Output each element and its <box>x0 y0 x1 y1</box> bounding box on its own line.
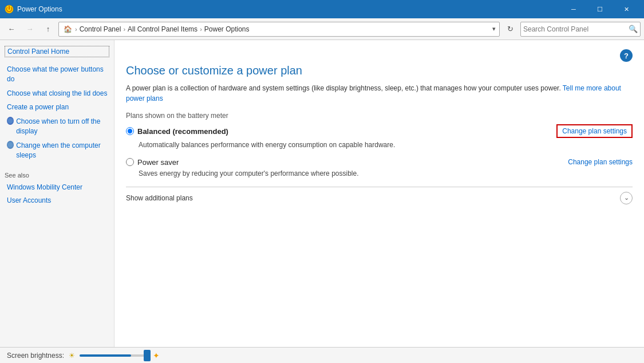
sidebar-item-user-accounts[interactable]: User Accounts <box>5 194 109 207</box>
sidebar-item-label: Choose what closing the lid does <box>7 89 107 98</box>
breadcrumb-bar: 🏠 › Control Panel › All Control Panel It… <box>58 22 500 37</box>
search-input[interactable] <box>523 25 626 33</box>
brightness-slider-track[interactable] <box>80 354 148 357</box>
sidebar-item-label: Choose when to turn off the display <box>16 117 109 136</box>
section-label: Plans shown on the battery meter <box>126 112 633 120</box>
plan-balanced-radio[interactable] <box>126 127 134 135</box>
sidebar-item-label: Change when the computer sleeps <box>16 141 109 160</box>
titlebar-icon <box>5 5 14 14</box>
page-title: Choose or customize a power plan <box>126 64 633 77</box>
sidebar-item-lid[interactable]: Choose what closing the lid does <box>5 87 109 100</box>
brightness-label: Screen brightness: <box>7 352 64 360</box>
up-button[interactable]: ↑ <box>40 21 56 37</box>
refresh-button[interactable]: ↻ <box>502 21 518 37</box>
plan-balanced-desc: Automatically balances performance with … <box>139 140 633 150</box>
sidebar-item-power-buttons[interactable]: Choose what the power buttons do <box>5 63 109 86</box>
show-additional-label: Show additional plans <box>126 194 620 202</box>
addressbar: ← → ↑ 🏠 › Control Panel › All Control Pa… <box>0 18 644 40</box>
content-area: ? Choose or customize a power plan A pow… <box>114 40 644 347</box>
brightness-thumb[interactable] <box>144 350 151 361</box>
sidebar-see-also: See also Windows Mobility Center User Ac… <box>5 172 109 207</box>
sidebar: Control Panel Home Choose what the power… <box>0 40 114 347</box>
breadcrumb-dropdown[interactable]: ▾ <box>492 25 496 33</box>
sidebar-item-label: Create a power plan <box>7 102 69 112</box>
breadcrumb-current: Power Options <box>204 25 250 33</box>
expand-icon: ⌄ <box>620 192 633 204</box>
sun-bright-icon: ✦ <box>153 351 160 360</box>
bottombar: Screen brightness: ☀ ✦ <box>0 347 644 363</box>
forward-button: → <box>22 21 38 37</box>
sidebar-home-link[interactable]: Control Panel Home <box>5 46 109 57</box>
change-plan-balanced-link[interactable]: Change plan settings <box>556 124 633 138</box>
sidebar-item-create-plan[interactable]: Create a power plan <box>5 101 109 114</box>
show-additional-plans[interactable]: Show additional plans ⌄ <box>126 187 633 204</box>
plan-balanced: Balanced (recommended) Change plan setti… <box>126 124 633 150</box>
change-plan-saver-link[interactable]: Change plan settings <box>568 158 633 166</box>
sidebar-item-label: Choose what the power buttons do <box>7 65 109 84</box>
sidebar-item-mobility[interactable]: Windows Mobility Center <box>5 181 109 194</box>
plan-power-saver-desc: Saves energy by reducing your computer's… <box>139 169 633 179</box>
back-button[interactable]: ← <box>3 21 19 37</box>
sleep-icon <box>7 141 14 149</box>
sun-dim-icon: ☀ <box>69 352 75 360</box>
display-icon <box>7 117 14 125</box>
titlebar-buttons: ─ ☐ ✕ <box>560 0 639 18</box>
help-button[interactable]: ? <box>620 49 633 62</box>
plan-power-saver-label[interactable]: Power saver <box>126 158 179 167</box>
plan-balanced-label[interactable]: Balanced (recommended) <box>126 127 228 136</box>
breadcrumb-control-panel[interactable]: Control Panel <box>80 25 121 33</box>
brightness-fill <box>80 354 131 357</box>
sidebar-item-sleep[interactable]: Change when the computer sleeps <box>5 139 109 162</box>
search-box[interactable]: 🔍 <box>520 22 641 37</box>
window-title: Power Options <box>17 5 560 13</box>
breadcrumb-all-items[interactable]: All Control Panel Items <box>128 25 197 33</box>
sidebar-item-display[interactable]: Choose when to turn off the display <box>5 115 109 138</box>
restore-button[interactable]: ☐ <box>587 0 613 18</box>
titlebar: Power Options ─ ☐ ✕ <box>0 0 644 18</box>
close-button[interactable]: ✕ <box>613 0 639 18</box>
plan-balanced-header: Balanced (recommended) Change plan setti… <box>126 124 633 138</box>
minimize-button[interactable]: ─ <box>560 0 587 18</box>
home-icon[interactable]: 🏠 <box>62 24 73 34</box>
search-icon[interactable]: 🔍 <box>629 25 638 33</box>
page-description: A power plan is a collection of hardware… <box>126 83 633 104</box>
plan-power-saver-header: Power saver Change plan settings <box>126 158 633 167</box>
main-layout: Control Panel Home Choose what the power… <box>0 40 644 347</box>
plan-power-saver-radio[interactable] <box>126 158 134 166</box>
see-also-title: See also <box>5 172 109 179</box>
plan-power-saver: Power saver Change plan settings Saves e… <box>126 158 633 179</box>
